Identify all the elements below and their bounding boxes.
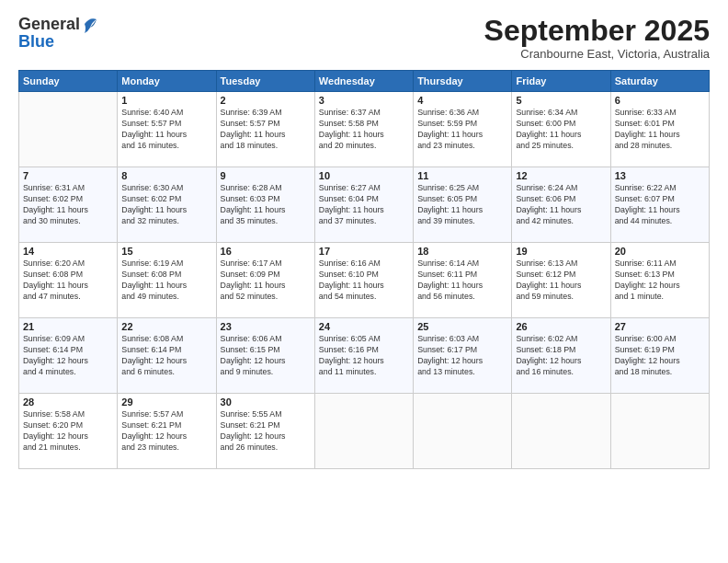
day-info: Sunrise: 6:31 AMSunset: 6:02 PMDaylight:… [23, 183, 113, 227]
header-wednesday: Wednesday [314, 71, 413, 92]
day-cell: 7Sunrise: 6:31 AMSunset: 6:02 PMDaylight… [19, 167, 118, 243]
day-info: Sunrise: 6:33 AMSunset: 6:01 PMDaylight:… [615, 108, 705, 152]
title-block: September 2025 Cranbourne East, Victoria… [484, 15, 710, 61]
day-info: Sunrise: 6:13 AMSunset: 6:12 PMDaylight:… [516, 259, 606, 303]
day-cell: 2Sunrise: 6:39 AMSunset: 5:57 PMDaylight… [216, 92, 314, 167]
day-number: 5 [516, 95, 606, 106]
day-number: 8 [121, 170, 211, 181]
day-number: 25 [417, 321, 507, 332]
day-number: 28 [23, 396, 113, 408]
day-info: Sunrise: 6:17 AMSunset: 6:09 PMDaylight:… [221, 259, 311, 303]
day-info: Sunrise: 6:06 AMSunset: 6:15 PMDaylight:… [221, 334, 311, 378]
day-cell: 21Sunrise: 6:09 AMSunset: 6:14 PMDayligh… [19, 318, 118, 394]
day-number: 15 [121, 246, 211, 257]
calendar-page: General Blue September 2025 Cranbourne E… [0, 0, 728, 563]
calendar-table: Sunday Monday Tuesday Wednesday Thursday… [18, 70, 710, 469]
day-number: 29 [121, 396, 211, 408]
day-info: Sunrise: 6:27 AMSunset: 6:04 PMDaylight:… [319, 183, 409, 227]
location-subtitle: Cranbourne East, Victoria, Australia [484, 47, 710, 61]
day-number: 12 [516, 170, 606, 181]
day-number: 17 [319, 246, 409, 257]
day-number: 14 [23, 246, 113, 257]
day-cell [414, 394, 512, 469]
day-cell: 23Sunrise: 6:06 AMSunset: 6:15 PMDayligh… [216, 318, 314, 394]
logo-blue: Blue [18, 33, 54, 52]
day-cell: 18Sunrise: 6:14 AMSunset: 6:11 PMDayligh… [414, 243, 512, 318]
day-number: 27 [615, 321, 705, 332]
day-info: Sunrise: 6:14 AMSunset: 6:11 PMDaylight:… [417, 259, 507, 303]
day-number: 2 [221, 95, 311, 106]
day-cell: 6Sunrise: 6:33 AMSunset: 6:01 PMDaylight… [610, 92, 709, 167]
day-info: Sunrise: 6:22 AMSunset: 6:07 PMDaylight:… [615, 183, 705, 227]
day-cell: 16Sunrise: 6:17 AMSunset: 6:09 PMDayligh… [216, 243, 314, 318]
day-cell [610, 394, 709, 469]
day-info: Sunrise: 6:02 AMSunset: 6:18 PMDaylight:… [516, 334, 606, 378]
day-number: 11 [417, 170, 507, 181]
day-number: 21 [23, 321, 113, 332]
logo-bird-icon [81, 15, 97, 35]
day-info: Sunrise: 6:08 AMSunset: 6:14 PMDaylight:… [121, 334, 211, 378]
day-cell: 25Sunrise: 6:03 AMSunset: 6:17 PMDayligh… [414, 318, 512, 394]
day-cell [512, 394, 610, 469]
day-cell [314, 394, 413, 469]
day-info: Sunrise: 6:24 AMSunset: 6:06 PMDaylight:… [516, 183, 606, 227]
day-info: Sunrise: 6:36 AMSunset: 5:59 PMDaylight:… [417, 108, 507, 152]
day-info: Sunrise: 5:58 AMSunset: 6:20 PMDaylight:… [23, 409, 113, 454]
day-info: Sunrise: 6:16 AMSunset: 6:10 PMDaylight:… [319, 259, 409, 303]
day-cell: 5Sunrise: 6:34 AMSunset: 6:00 PMDaylight… [512, 92, 610, 167]
day-cell: 30Sunrise: 5:55 AMSunset: 6:21 PMDayligh… [216, 394, 314, 469]
day-info: Sunrise: 6:03 AMSunset: 6:17 PMDaylight:… [417, 334, 507, 378]
day-info: Sunrise: 6:37 AMSunset: 5:58 PMDaylight:… [319, 108, 409, 152]
day-number: 6 [615, 95, 705, 106]
day-cell: 9Sunrise: 6:28 AMSunset: 6:03 PMDaylight… [216, 167, 314, 243]
day-cell: 4Sunrise: 6:36 AMSunset: 5:59 PMDaylight… [414, 92, 512, 167]
day-cell: 8Sunrise: 6:30 AMSunset: 6:02 PMDaylight… [118, 167, 216, 243]
day-number: 19 [516, 246, 606, 257]
day-cell: 29Sunrise: 5:57 AMSunset: 6:21 PMDayligh… [118, 394, 216, 469]
day-info: Sunrise: 6:19 AMSunset: 6:08 PMDaylight:… [121, 259, 211, 303]
day-cell: 11Sunrise: 6:25 AMSunset: 6:05 PMDayligh… [414, 167, 512, 243]
day-cell: 28Sunrise: 5:58 AMSunset: 6:20 PMDayligh… [19, 394, 118, 469]
day-number: 16 [221, 246, 311, 257]
day-cell: 26Sunrise: 6:02 AMSunset: 6:18 PMDayligh… [512, 318, 610, 394]
day-number: 9 [221, 170, 311, 181]
day-cell: 20Sunrise: 6:11 AMSunset: 6:13 PMDayligh… [610, 243, 709, 318]
day-cell: 14Sunrise: 6:20 AMSunset: 6:08 PMDayligh… [19, 243, 118, 318]
day-info: Sunrise: 6:25 AMSunset: 6:05 PMDaylight:… [417, 183, 507, 227]
day-info: Sunrise: 6:00 AMSunset: 6:19 PMDaylight:… [615, 334, 705, 378]
day-cell: 22Sunrise: 6:08 AMSunset: 6:14 PMDayligh… [118, 318, 216, 394]
header-tuesday: Tuesday [216, 71, 314, 92]
week-row-1: 1Sunrise: 6:40 AMSunset: 5:57 PMDaylight… [19, 92, 710, 167]
day-cell: 19Sunrise: 6:13 AMSunset: 6:12 PMDayligh… [512, 243, 610, 318]
day-number: 13 [615, 170, 705, 181]
day-info: Sunrise: 6:11 AMSunset: 6:13 PMDaylight:… [615, 259, 705, 303]
day-number: 10 [319, 170, 409, 181]
day-number: 30 [221, 396, 311, 408]
day-cell: 3Sunrise: 6:37 AMSunset: 5:58 PMDaylight… [314, 92, 413, 167]
day-info: Sunrise: 6:34 AMSunset: 6:00 PMDaylight:… [516, 108, 606, 152]
header-thursday: Thursday [414, 71, 512, 92]
day-number: 22 [121, 321, 211, 332]
logo: General Blue [18, 15, 97, 52]
day-cell: 12Sunrise: 6:24 AMSunset: 6:06 PMDayligh… [512, 167, 610, 243]
day-cell: 10Sunrise: 6:27 AMSunset: 6:04 PMDayligh… [314, 167, 413, 243]
day-info: Sunrise: 6:20 AMSunset: 6:08 PMDaylight:… [23, 259, 113, 303]
day-info: Sunrise: 5:57 AMSunset: 6:21 PMDaylight:… [121, 409, 211, 454]
day-number: 26 [516, 321, 606, 332]
week-row-5: 28Sunrise: 5:58 AMSunset: 6:20 PMDayligh… [19, 394, 710, 469]
day-number: 20 [615, 246, 705, 257]
day-cell: 24Sunrise: 6:05 AMSunset: 6:16 PMDayligh… [314, 318, 413, 394]
day-cell: 15Sunrise: 6:19 AMSunset: 6:08 PMDayligh… [118, 243, 216, 318]
header-monday: Monday [118, 71, 216, 92]
week-row-3: 14Sunrise: 6:20 AMSunset: 6:08 PMDayligh… [19, 243, 710, 318]
day-cell: 13Sunrise: 6:22 AMSunset: 6:07 PMDayligh… [610, 167, 709, 243]
day-cell: 1Sunrise: 6:40 AMSunset: 5:57 PMDaylight… [118, 92, 216, 167]
day-number: 18 [417, 246, 507, 257]
month-title: September 2025 [484, 15, 710, 47]
day-number: 3 [319, 95, 409, 106]
day-info: Sunrise: 5:55 AMSunset: 6:21 PMDaylight:… [221, 409, 311, 454]
day-number: 24 [319, 321, 409, 332]
day-info: Sunrise: 6:28 AMSunset: 6:03 PMDaylight:… [221, 183, 311, 227]
day-info: Sunrise: 6:05 AMSunset: 6:16 PMDaylight:… [319, 334, 409, 378]
logo-general: General [18, 16, 80, 34]
